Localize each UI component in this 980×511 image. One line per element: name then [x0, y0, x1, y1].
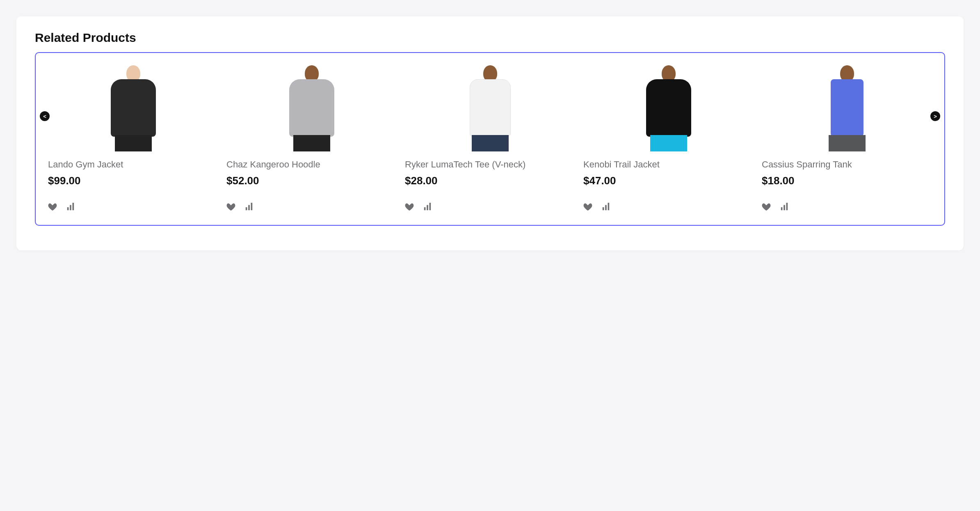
wishlist-icon[interactable]: [583, 203, 592, 213]
product-name[interactable]: Lando Gym Jacket: [48, 159, 218, 170]
svg-rect-11: [608, 203, 610, 210]
svg-rect-10: [605, 205, 607, 210]
compare-icon[interactable]: [780, 203, 789, 213]
product-carousel: < > Lando Gym Jacket $99.00: [35, 52, 945, 226]
product-card[interactable]: Kenobi Trail Jacket $47.00: [583, 61, 754, 213]
product-price: $99.00: [48, 174, 218, 187]
carousel-next-button[interactable]: >: [930, 111, 940, 121]
svg-rect-14: [786, 203, 788, 210]
wishlist-icon[interactable]: [226, 203, 235, 213]
product-card[interactable]: Ryker LumaTech Tee (V-neck) $28.00: [405, 61, 575, 213]
product-name[interactable]: Chaz Kangeroo Hoodle: [226, 159, 397, 170]
svg-rect-12: [781, 207, 783, 210]
product-name[interactable]: Kenobi Trail Jacket: [583, 159, 754, 170]
product-image[interactable]: [762, 61, 932, 151]
product-image[interactable]: [226, 61, 397, 151]
compare-icon[interactable]: [601, 203, 610, 213]
wishlist-icon[interactable]: [762, 203, 771, 213]
svg-rect-3: [246, 207, 247, 210]
wishlist-icon[interactable]: [405, 203, 414, 213]
product-price: $52.00: [226, 174, 397, 187]
product-name[interactable]: Ryker LumaTech Tee (V-neck): [405, 159, 575, 170]
product-price: $47.00: [583, 174, 754, 187]
svg-rect-9: [603, 207, 604, 210]
wishlist-icon[interactable]: [48, 203, 57, 213]
svg-rect-8: [429, 203, 431, 210]
product-actions: [226, 203, 397, 213]
svg-rect-1: [70, 205, 71, 210]
svg-rect-13: [784, 205, 785, 210]
product-image[interactable]: [48, 61, 218, 151]
product-name[interactable]: Cassius Sparring Tank: [762, 159, 932, 170]
svg-rect-6: [424, 207, 426, 210]
product-price: $28.00: [405, 174, 575, 187]
compare-icon[interactable]: [423, 203, 432, 213]
svg-rect-5: [251, 203, 253, 210]
svg-rect-2: [73, 203, 74, 210]
product-image[interactable]: [583, 61, 754, 151]
related-products-panel: Related Products < > Lando Gym Jacket $9…: [16, 16, 964, 250]
svg-rect-7: [427, 205, 428, 210]
product-list: Lando Gym Jacket $99.00: [48, 61, 932, 213]
product-card[interactable]: Lando Gym Jacket $99.00: [48, 61, 218, 213]
product-price: $18.00: [762, 174, 932, 187]
compare-icon[interactable]: [244, 203, 254, 213]
product-image[interactable]: [405, 61, 575, 151]
product-actions: [583, 203, 754, 213]
svg-rect-4: [248, 205, 250, 210]
section-title: Related Products: [35, 31, 945, 45]
product-card[interactable]: Cassius Sparring Tank $18.00: [762, 61, 932, 213]
carousel-prev-button[interactable]: <: [40, 111, 50, 121]
product-actions: [762, 203, 932, 213]
svg-rect-0: [67, 207, 69, 210]
compare-icon[interactable]: [66, 203, 75, 213]
product-actions: [405, 203, 575, 213]
product-actions: [48, 203, 218, 213]
product-card[interactable]: Chaz Kangeroo Hoodle $52.00: [226, 61, 397, 213]
